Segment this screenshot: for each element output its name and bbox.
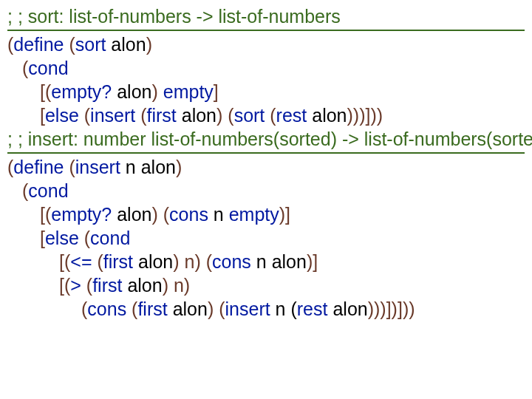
fn-cons: cons <box>212 251 251 272</box>
keyword-else: else <box>45 228 79 248</box>
fn-insert: insert <box>225 299 270 319</box>
paren: )))])) <box>347 105 383 126</box>
bracket: [( <box>40 204 51 225</box>
paren: ( <box>92 251 103 272</box>
cond-line: (cond <box>7 56 525 80</box>
const-empty: empty <box>229 204 279 225</box>
paren: ) ( <box>216 105 234 126</box>
fn-sort: sort <box>234 105 265 126</box>
fn-rest: rest <box>276 105 307 126</box>
paren: ( <box>135 105 146 126</box>
insert-define-line: (define (insert n alon) <box>7 155 525 179</box>
keyword-define: define <box>13 157 64 177</box>
fn-gt: > <box>70 275 81 296</box>
fn-lte: <= <box>70 251 92 272</box>
fn-insert: insert <box>90 105 135 126</box>
paren: ) ( <box>208 299 225 319</box>
param-alon: alon <box>327 299 367 319</box>
fn-first: first <box>137 299 167 319</box>
param-n-alon: n alon <box>120 157 176 177</box>
paren: )] <box>307 251 318 272</box>
param-n-alon: n alon <box>251 251 307 272</box>
param-alon: alon <box>177 105 216 126</box>
empty-clause: [(empty? alon) (cons n empty)] <box>7 202 525 226</box>
bracket: [ <box>40 228 45 248</box>
fn-empty-pred: empty? <box>51 204 112 225</box>
bracket: [( <box>59 275 70 296</box>
keyword-cond: cond <box>90 228 130 248</box>
fn-cons: cons <box>87 299 126 319</box>
fn-first: first <box>147 105 177 126</box>
fn-first: first <box>92 275 122 296</box>
param-n: n ( <box>270 299 297 319</box>
bracket: [( <box>59 251 70 272</box>
param-alon: alon <box>307 105 347 126</box>
fn-cons: cons <box>169 204 208 225</box>
bracket: ] <box>214 81 219 102</box>
keyword-cond: cond <box>28 58 68 78</box>
comment-sort: ; ; sort: list-of-numbers -> list-of-num… <box>7 4 525 31</box>
else-clause: [else (cond <box>7 226 525 250</box>
keyword-define: define <box>13 34 64 55</box>
empty-clause: [(empty? alon) empty] <box>7 80 525 103</box>
paren: ( <box>79 228 90 248</box>
fn-empty-pred: empty? <box>51 81 112 102</box>
paren: ( <box>64 157 75 177</box>
keyword-else: else <box>45 105 79 126</box>
bracket: [( <box>40 81 51 102</box>
cond-line: (cond <box>7 179 525 202</box>
bracket: [ <box>40 105 45 126</box>
param-n: n <box>208 204 229 225</box>
paren: ( <box>126 299 137 319</box>
paren: ) ( <box>151 204 169 225</box>
paren: ) <box>176 157 182 177</box>
code-slide: ; ; sort: list-of-numbers -> list-of-num… <box>0 0 532 328</box>
const-empty: empty <box>163 81 214 102</box>
paren: ) <box>151 81 163 102</box>
fn-sort: sort <box>75 34 106 55</box>
lte-clause: [(<= (first alon) n) (cons n alon)] <box>7 250 525 273</box>
sort-define-line: (define (sort alon) <box>7 33 525 56</box>
comment-insert: ; ; insert: number list-of-numbers(sorte… <box>7 127 525 154</box>
param-alon: alon <box>133 251 173 272</box>
paren: ) n) ( <box>173 251 212 272</box>
param-alon: alon <box>168 299 208 319</box>
paren: )))])])) <box>368 299 415 319</box>
paren: ) n) <box>163 275 191 296</box>
paren: ( <box>81 275 92 296</box>
fn-rest: rest <box>297 299 328 319</box>
paren: )] <box>279 204 290 225</box>
param-alon: alon <box>106 34 146 55</box>
param-alon: alon <box>122 275 162 296</box>
fn-first: first <box>103 251 133 272</box>
paren: ) <box>146 34 152 55</box>
paren: ( <box>265 105 276 126</box>
param-alon: alon <box>112 204 151 225</box>
else-clause: [else (insert (first alon) (sort (rest a… <box>7 103 525 127</box>
param-alon: alon <box>112 81 151 102</box>
paren: ( <box>79 105 90 126</box>
fn-insert: insert <box>75 157 120 177</box>
keyword-cond: cond <box>28 180 68 201</box>
gt-clause: [(> (first alon) n) <box>7 273 525 297</box>
paren: ( <box>64 34 75 55</box>
cons-recurse: (cons (first alon) (insert n (rest alon)… <box>7 297 525 321</box>
